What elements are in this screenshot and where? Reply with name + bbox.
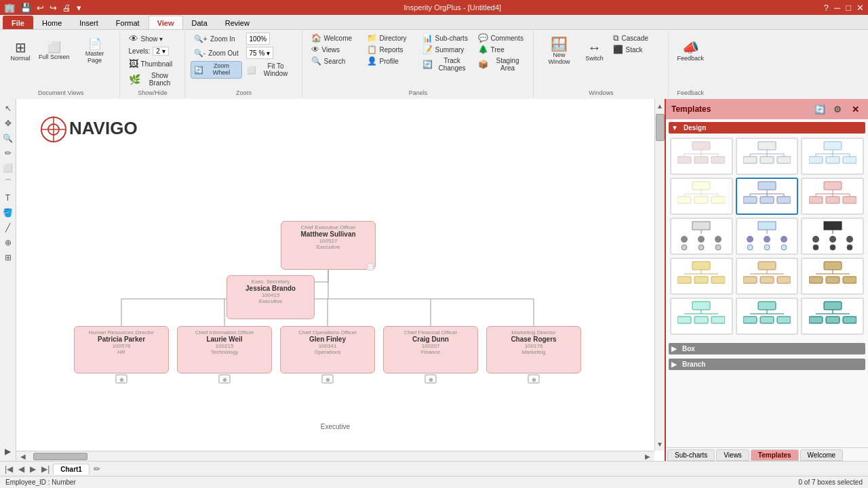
track-changes-panel-btn[interactable]: 🔄 Track Changes [419,56,473,73]
design-thumb-3[interactable] [801,138,864,175]
shape-tool-btn[interactable]: ⬜ [1,161,15,175]
design-section-header[interactable]: ▼ Design [669,122,865,134]
normal-view-btn[interactable]: ⊞ Normal [7,33,34,70]
sheet-tab-next-btn[interactable]: ▶ [28,464,38,474]
welcome-tab[interactable]: Welcome [800,449,844,461]
staging-area-panel-btn[interactable]: 📦 Staging Area [475,56,529,73]
tab-insert[interactable]: Insert [71,16,107,29]
save-quick-btn[interactable]: 💾 [19,3,33,13]
fit-to-window-btn[interactable]: ⬜ Fit To Window [243,61,298,79]
select-tool-btn[interactable]: ↖ [1,102,15,115]
templates-tab[interactable]: Templates [751,449,799,461]
sheet-tab-chart1[interactable]: Chart1 [53,464,90,474]
connector-tool-btn[interactable]: ⌒ [1,176,15,190]
mkt-box[interactable]: Marketing Director Chase Rogers 100176 M… [486,326,581,373]
views-panel-btn[interactable]: 👁 Views [308,44,362,55]
design-thumb-8[interactable] [736,218,799,255]
panel-settings-btn[interactable]: ⚙ [830,102,845,117]
new-window-btn[interactable]: 🪟 New Window [539,33,580,70]
tab-data[interactable]: Data [183,16,216,29]
redo-quick-btn[interactable]: ↪ [48,3,58,13]
zoom-out-btn[interactable]: 🔍- Zoom Out [191,48,245,58]
design-thumb-1[interactable] [670,138,733,175]
tab-format[interactable]: Format [107,16,149,29]
fill-tool-btn[interactable]: 🪣 [1,206,15,220]
cfo-box[interactable]: Chief Financial Officer Craig Dunn 10020… [383,326,478,373]
ceo-expand-btn[interactable]: □ [367,264,374,270]
scroll-thumb-h[interactable] [33,453,87,460]
sheet-tab-last-btn[interactable]: ▶| [39,464,52,474]
design-thumb-12[interactable] [801,258,864,295]
views-tab[interactable]: Views [716,449,749,461]
search-panel-btn[interactable]: 🔍 Search [308,56,362,66]
box-section-header[interactable]: ▶ Box [669,343,865,354]
panel-close-btn[interactable]: ✕ [848,102,863,117]
sheet-tab-prev-btn[interactable]: ◀ [16,464,26,474]
zoom-tool-btn[interactable]: 🔍 [1,131,15,145]
tab-home[interactable]: Home [33,16,71,29]
design-thumb-5[interactable] [736,178,799,215]
design-thumb-13[interactable] [670,298,733,335]
move-tool-btn[interactable]: ⊕ [1,236,15,249]
pan-tool-btn[interactable]: ✥ [1,117,15,130]
design-thumb-4[interactable] [670,178,733,215]
profile-panel-btn[interactable]: 👤 Profile [363,56,418,66]
vertical-scrollbar[interactable]: ▲ ▼ [654,99,665,451]
master-page-btn[interactable]: 📄 Master Page [75,33,115,70]
feedback-btn[interactable]: 📣 Feedback [674,33,708,70]
design-thumb-15[interactable] [801,298,864,335]
text-tool-btn[interactable]: T [1,191,15,205]
design-thumb-14[interactable] [736,298,799,335]
ceo-box[interactable]: Chief Executive Officer Matthew Sullivan… [281,221,376,270]
horizontal-scrollbar[interactable]: ◀ ▶ [16,451,654,461]
cascade-btn[interactable]: ⧉ Cascade [610,33,664,43]
org-canvas[interactable]: NAVIGO ⊕ [16,99,654,451]
cio-box[interactable]: Chief Information Officer Laurie Weil 10… [177,326,272,373]
design-thumb-11[interactable] [736,258,799,295]
tab-review[interactable]: Review [216,16,258,29]
sheet-rename-btn[interactable]: ✏ [94,464,100,474]
design-thumb-7[interactable] [670,218,733,255]
reports-panel-btn[interactable]: 📋 Reports [363,44,418,55]
stack-btn[interactable]: ⬛ Stack [610,44,664,55]
maximize-btn[interactable]: □ [844,3,852,13]
directory-panel-btn[interactable]: 📁 Directory [363,33,418,43]
branch-section-header[interactable]: ▶ Branch [669,359,865,370]
levels-btn[interactable]: Levels: 2 ▾ [125,45,180,57]
summary-panel-btn[interactable]: 📝 Summary [419,44,473,55]
hr-box[interactable]: Human Resources Director Patricia Parker… [74,326,169,373]
fullscreen-view-btn[interactable]: ⬜ Full Screen [35,33,73,70]
scroll-left-btn[interactable]: ◀ [16,453,30,460]
help-btn[interactable]: ? [823,3,830,13]
minimize-btn[interactable]: ─ [833,3,842,13]
customize-quick-btn[interactable]: ▾ [75,3,83,13]
undo-quick-btn[interactable]: ↩ [35,3,45,13]
levels-input[interactable]: 2 ▾ [153,47,168,56]
scroll-thumb-v[interactable] [656,114,665,141]
scroll-down-btn[interactable]: ▼ [655,437,665,451]
design-thumb-10[interactable] [670,258,733,295]
sec-box[interactable]: Exec. Secretary Jessica Brando 100415 Ex… [226,275,315,319]
design-thumb-2[interactable] [736,138,799,175]
show-btn[interactable]: 👁 Show ▾ [125,33,180,45]
expand-pane-btn[interactable]: ▶ [1,445,15,458]
zoom-percent-select[interactable]: 75 % ▾ [246,47,274,59]
line-tool-btn[interactable]: ╱ [1,221,15,235]
scroll-right-btn[interactable]: ▶ [641,453,654,460]
tab-file[interactable]: File [3,16,33,29]
design-thumb-6[interactable] [801,178,864,215]
tree-panel-btn[interactable]: 🌲 Tree [475,44,529,55]
zoom-wheel-btn[interactable]: 🔄 Zoom Wheel [191,61,242,79]
switch-btn[interactable]: ↔ Switch [581,33,608,70]
layout-tool-btn[interactable]: ⊞ [1,251,15,264]
welcome-panel-btn[interactable]: 🏠 Welcome [308,33,362,43]
close-btn[interactable]: ✕ [855,3,865,13]
zoom-in-btn[interactable]: 🔍+ Zoom In [191,34,245,44]
thumbnail-btn[interactable]: 🖼 Thumbnail [125,58,180,70]
panel-refresh-btn[interactable]: 🔄 [812,102,827,117]
sub-charts-panel-btn[interactable]: 📊 Sub-charts [419,33,473,43]
sub-charts-tab[interactable]: Sub-charts [667,449,715,461]
print-quick-btn[interactable]: 🖨 [61,3,73,13]
draw-tool-btn[interactable]: ✏ [1,146,15,160]
sheet-tab-first-btn[interactable]: |◀ [3,464,15,474]
